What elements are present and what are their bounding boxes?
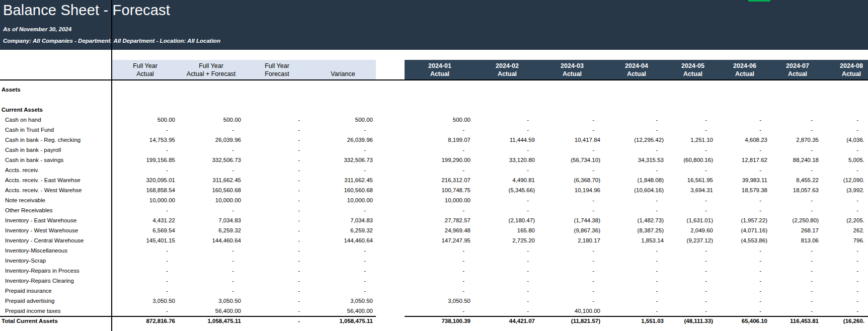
summary-value-cell[interactable]: 6,259.32 [178,225,244,235]
month-value-cell[interactable]: (16,260. [823,316,868,326]
month-value-cell[interactable]: - [605,276,668,286]
month-value-cell[interactable]: - [605,165,668,175]
summary-value-cell[interactable]: 10,000.00 [112,195,178,205]
month-value-cell[interactable]: 18,057.63 [772,185,823,195]
summary-value-cell[interactable]: 7,034.83 [310,215,376,225]
month-value-cell[interactable]: - [539,266,605,276]
summary-column-header-2[interactable]: Full YearForecast [244,60,310,79]
summary-value-cell[interactable]: - [112,276,178,286]
summary-column-header-3[interactable]: Variance [310,60,376,79]
month-value-cell[interactable]: - [475,266,539,276]
month-value-cell[interactable]: - [475,286,539,296]
summary-value-cell[interactable]: 500.00 [310,115,376,125]
month-value-cell[interactable]: - [475,306,539,316]
month-value-cell[interactable]: (4,071.16) [718,225,772,235]
summary-value-cell[interactable]: 320,095.01 [112,175,178,185]
month-value-cell[interactable]: (60,800.16) [668,155,718,165]
row-label[interactable]: Cash in Trust Fund [0,125,112,135]
summary-value-cell[interactable]: - [244,185,310,195]
row-label[interactable]: Cash in bank - savings [0,155,112,165]
month-value-cell[interactable]: - [475,205,539,215]
summary-value-cell[interactable]: - [178,165,244,175]
summary-value-cell[interactable]: 3,050.50 [310,296,376,306]
summary-value-cell[interactable]: - [112,306,178,316]
month-column-header-4[interactable]: 2024-05Actual [668,60,718,79]
summary-value-cell[interactable]: - [178,145,244,155]
summary-value-cell[interactable]: 10,000.00 [178,195,244,205]
month-value-cell[interactable]: - [772,115,823,125]
month-value-cell[interactable]: 10,000.00 [405,195,475,205]
month-value-cell[interactable]: - [539,245,605,256]
month-value-cell[interactable]: (4,036. [823,135,868,145]
row-label[interactable]: Prepaid income taxes [0,306,112,316]
summary-value-cell[interactable]: - [310,145,376,155]
month-value-cell[interactable]: 88,240.18 [772,155,823,165]
month-value-cell[interactable]: - [823,245,868,256]
month-value-cell[interactable]: 12,817.62 [718,155,772,165]
month-value-cell[interactable]: 8,455.22 [772,175,823,185]
month-value-cell[interactable]: 1,853.14 [605,235,668,245]
month-value-cell[interactable]: (6,368.70) [539,175,605,185]
summary-value-cell[interactable]: - [244,256,310,266]
month-value-cell[interactable]: - [605,115,668,125]
month-value-cell[interactable]: - [823,256,868,266]
month-value-cell[interactable]: - [718,266,772,276]
month-value-cell[interactable]: (1,482.73) [605,215,668,225]
month-value-cell[interactable]: 44,421.07 [475,316,539,326]
month-value-cell[interactable]: 199,290.00 [405,155,475,165]
month-value-cell[interactable]: 24,969.48 [405,225,475,235]
row-label[interactable]: Other Receivables [0,205,112,215]
month-value-cell[interactable]: - [668,125,718,135]
month-value-cell[interactable]: - [405,125,475,135]
month-value-cell[interactable]: 4,608.23 [718,135,772,145]
month-column-header-5[interactable]: 2024-06Actual [718,60,772,79]
month-value-cell[interactable]: - [668,276,718,286]
month-value-cell[interactable]: 813.06 [772,235,823,245]
month-value-cell[interactable]: 2,180.17 [539,235,605,245]
summary-value-cell[interactable]: 144,460.64 [178,235,244,245]
month-value-cell[interactable]: - [718,256,772,266]
month-value-cell[interactable]: - [823,115,868,125]
month-value-cell[interactable]: - [539,276,605,286]
month-value-cell[interactable]: 100,748.75 [405,185,475,195]
month-column-header-1[interactable]: 2024-02Actual [475,60,539,79]
summary-value-cell[interactable]: - [310,276,376,286]
summary-value-cell[interactable]: - [244,195,310,205]
summary-value-cell[interactable]: - [244,266,310,276]
summary-value-cell[interactable]: 160,560.68 [178,185,244,195]
month-value-cell[interactable]: - [475,296,539,306]
row-label[interactable]: Cash in bank - Reg. checking [0,135,112,145]
month-value-cell[interactable]: - [605,125,668,135]
summary-value-cell[interactable]: 1,058,475.11 [178,316,244,326]
month-value-cell[interactable]: - [405,286,475,296]
month-value-cell[interactable]: 65,406.10 [718,316,772,326]
month-value-cell[interactable]: 165.80 [475,225,539,235]
summary-value-cell[interactable]: 145,401.15 [112,235,178,245]
summary-value-cell[interactable]: 332,506.73 [310,155,376,165]
summary-value-cell[interactable]: - [244,276,310,286]
summary-value-cell[interactable]: - [112,266,178,276]
month-value-cell[interactable]: - [668,145,718,155]
month-column-header-7[interactable]: 2024-08Actual [823,60,868,79]
month-value-cell[interactable]: 2,870.35 [772,135,823,145]
month-value-cell[interactable]: - [772,165,823,175]
summary-value-cell[interactable]: 500.00 [112,115,178,125]
month-value-cell[interactable]: - [823,296,868,306]
month-value-cell[interactable]: - [405,306,475,316]
row-label[interactable]: Prepaid insurance [0,286,112,296]
summary-column-header-1[interactable]: Full YearActual + Forecast [178,60,244,79]
summary-value-cell[interactable]: - [244,245,310,256]
summary-value-cell[interactable]: 26,039.96 [310,135,376,145]
month-value-cell[interactable]: 3,694.31 [668,185,718,195]
month-value-cell[interactable]: - [605,145,668,155]
row-label[interactable]: Assets [0,85,112,95]
summary-value-cell[interactable]: - [178,245,244,256]
month-value-cell[interactable]: - [772,145,823,155]
month-value-cell[interactable]: - [823,306,868,316]
month-value-cell[interactable]: - [405,266,475,276]
month-value-cell[interactable]: - [539,165,605,175]
summary-value-cell[interactable]: - [112,286,178,296]
month-value-cell[interactable]: 262. [823,225,868,235]
month-value-cell[interactable]: (12,295.42) [605,135,668,145]
summary-value-cell[interactable]: - [178,266,244,276]
